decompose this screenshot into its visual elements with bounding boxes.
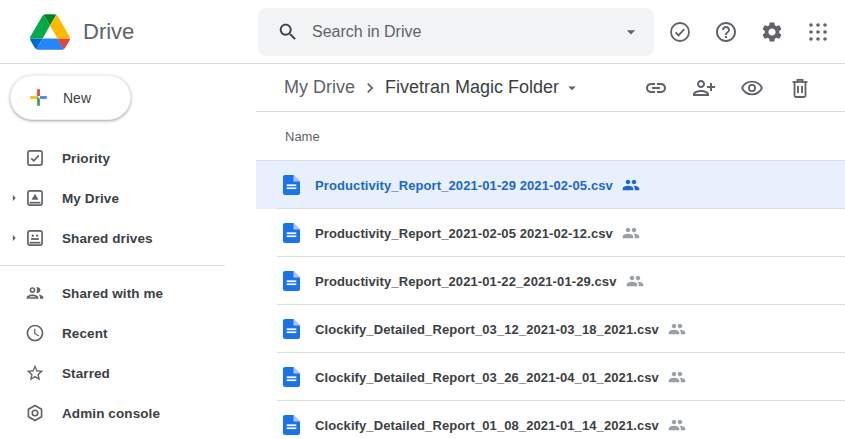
settings-gear-icon[interactable] bbox=[760, 20, 784, 44]
shared-people-icon bbox=[668, 320, 686, 338]
drive-logo[interactable]: Drive bbox=[30, 14, 134, 50]
sidebar-item-label: Shared with me bbox=[62, 286, 163, 301]
sidebar-divider bbox=[0, 265, 225, 266]
offline-status-icon[interactable] bbox=[668, 20, 692, 44]
shared-people-icon bbox=[626, 272, 644, 290]
chevron-right-icon bbox=[360, 78, 380, 98]
breadcrumb-parent[interactable]: My Drive bbox=[284, 77, 355, 98]
search-bar[interactable] bbox=[258, 8, 654, 56]
sidebar-item-label: Priority bbox=[62, 151, 110, 166]
new-button-label: New bbox=[63, 90, 91, 106]
sidebar-item-label: Starred bbox=[62, 366, 110, 381]
shared-people-icon bbox=[622, 224, 640, 242]
sidebar-item-label: Admin console bbox=[62, 406, 160, 421]
column-header-name[interactable]: Name bbox=[285, 129, 320, 144]
sidebar-item-my-drive[interactable]: My Drive bbox=[0, 178, 256, 218]
sidebar-item-recent[interactable]: Recent bbox=[0, 313, 256, 353]
help-icon[interactable] bbox=[714, 20, 738, 44]
recent-clock-icon bbox=[25, 323, 45, 343]
google-apps-grid-icon[interactable] bbox=[806, 20, 830, 44]
sidebar-item-shared-with-me[interactable]: Shared with me bbox=[0, 273, 256, 313]
sidebar-item-starred[interactable]: Starred bbox=[0, 353, 256, 393]
my-drive-icon bbox=[25, 188, 45, 208]
star-icon bbox=[25, 363, 45, 383]
file-row[interactable]: Clockify_Detailed_Report_03_12_2021-03_1… bbox=[256, 305, 845, 353]
shared-people-icon bbox=[622, 176, 640, 194]
folder-toolbar bbox=[644, 76, 812, 100]
folder-dropdown-caret-icon[interactable] bbox=[563, 79, 581, 97]
shared-people-icon bbox=[668, 368, 686, 386]
new-button[interactable]: New bbox=[10, 75, 131, 120]
csv-file-icon bbox=[283, 271, 300, 291]
multicolor-plus-icon bbox=[26, 85, 51, 110]
breadcrumb: My Drive Fivetran Magic Folder bbox=[256, 64, 845, 112]
file-name: Clockify_Detailed_Report_01_08_2021-01_1… bbox=[315, 418, 659, 433]
file-row[interactable]: Productivity_Report_2021-01-22_2021-01-2… bbox=[256, 257, 845, 305]
file-list-header[interactable]: Name bbox=[256, 112, 845, 161]
sidebar-item-priority[interactable]: Priority bbox=[0, 138, 256, 178]
csv-file-icon bbox=[283, 175, 300, 195]
priority-checkbox-icon bbox=[25, 148, 45, 168]
trash-icon[interactable] bbox=[788, 76, 812, 100]
file-name: Productivity_Report_2021-02-05 2021-02-1… bbox=[315, 226, 613, 241]
top-bar: Drive bbox=[0, 0, 845, 64]
search-options-caret-icon[interactable] bbox=[621, 22, 641, 42]
sidebar: New Priority My bbox=[0, 64, 256, 439]
file-row[interactable]: Clockify_Detailed_Report_03_26_2021-04_0… bbox=[256, 353, 845, 401]
file-name: Clockify_Detailed_Report_03_26_2021-04_0… bbox=[315, 370, 659, 385]
add-collaborators-icon[interactable] bbox=[692, 76, 716, 100]
main-content: My Drive Fivetran Magic Folder bbox=[256, 64, 845, 439]
expand-arrow-icon[interactable] bbox=[0, 191, 25, 205]
file-row[interactable]: Productivity_Report_2021-01-29 2021-02-0… bbox=[256, 161, 845, 209]
file-name: Productivity_Report_2021-01-22_2021-01-2… bbox=[315, 274, 617, 289]
sidebar-nav: Priority My Drive bbox=[0, 138, 256, 433]
search-icon[interactable] bbox=[277, 21, 299, 43]
shared-people-icon bbox=[668, 416, 686, 434]
sidebar-item-label: Shared drives bbox=[62, 231, 153, 246]
sidebar-item-admin-console[interactable]: Admin console bbox=[0, 393, 256, 433]
sidebar-item-label: Recent bbox=[62, 326, 108, 341]
file-name: Clockify_Detailed_Report_03_12_2021-03_1… bbox=[315, 322, 659, 337]
preview-eye-icon[interactable] bbox=[740, 76, 764, 100]
file-row[interactable]: Productivity_Report_2021-02-05 2021-02-1… bbox=[256, 209, 845, 257]
csv-file-icon bbox=[283, 223, 300, 243]
breadcrumb-current-folder[interactable]: Fivetran Magic Folder bbox=[385, 77, 559, 98]
sidebar-item-label: My Drive bbox=[62, 191, 119, 206]
app-title: Drive bbox=[83, 19, 134, 45]
shared-drives-icon bbox=[25, 228, 45, 248]
file-name: Productivity_Report_2021-01-29 2021-02-0… bbox=[315, 178, 613, 193]
csv-file-icon bbox=[283, 319, 300, 339]
search-input[interactable] bbox=[310, 22, 621, 42]
header-actions bbox=[668, 0, 830, 64]
expand-arrow-icon[interactable] bbox=[0, 231, 25, 245]
csv-file-icon bbox=[283, 367, 300, 387]
csv-file-icon bbox=[283, 415, 300, 435]
shared-with-me-icon bbox=[25, 283, 45, 303]
get-link-icon[interactable] bbox=[644, 76, 668, 100]
file-list: Productivity_Report_2021-01-29 2021-02-0… bbox=[256, 161, 845, 439]
admin-console-icon bbox=[25, 403, 45, 423]
drive-triangle-icon bbox=[30, 14, 70, 50]
sidebar-item-shared-drives[interactable]: Shared drives bbox=[0, 218, 256, 258]
file-row[interactable]: Clockify_Detailed_Report_01_08_2021-01_1… bbox=[256, 401, 845, 439]
